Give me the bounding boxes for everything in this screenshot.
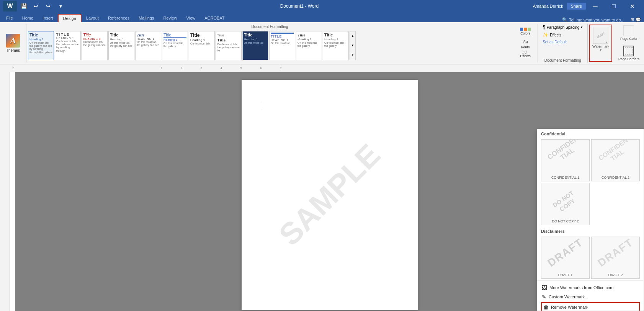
themes-content: A Themes xyxy=(3,24,23,63)
minimize-btn[interactable]: ─ xyxy=(587,0,604,12)
themes-button[interactable]: A Themes xyxy=(3,30,23,57)
style-thumb-caps[interactable]: TITLE HEADING 1 On this most tab, the ga… xyxy=(55,31,81,60)
style-thumb-elegant[interactable]: Title Heading 1 On this most tab xyxy=(242,31,268,60)
title-bar-right: Amanda Derrick Share ─ □ ✕ xyxy=(533,0,641,12)
themes-icon: A xyxy=(6,34,20,48)
ribbon-search-area: 🔍 Tell me what you want to do... ⊞ 💬 xyxy=(562,17,644,22)
style-thumb-simple[interactable]: Title Heading 1 On this most tab the gal… xyxy=(296,31,322,60)
style-thumb-bold[interactable]: Title Heading 1 On this most tab xyxy=(189,31,215,60)
title-bar-left: W 💾 ↩ ↪ ▾ xyxy=(3,1,66,12)
undo-btn[interactable]: ↩ xyxy=(31,1,41,12)
watermark-icon: DRAFT xyxy=(593,27,608,44)
style-thumb-mixed[interactable]: Title HEADING 1 On this most tab, the ga… xyxy=(135,31,161,60)
tab-file[interactable]: File xyxy=(2,14,18,22)
gallery-scroll[interactable]: ▲ ▼ ▾ xyxy=(350,31,356,60)
wm-draft-2[interactable]: DRAFT DRAFT 2 xyxy=(591,237,640,279)
confidential-header: Confidential xyxy=(537,129,644,138)
tab-home[interactable]: Home xyxy=(18,14,38,22)
style-thumb-underline[interactable]: Title Heading 1 On this most tab, the ga… xyxy=(162,31,188,60)
ribbon-body: A Themes Document Formatting Title Headi… xyxy=(0,22,644,64)
search-placeholder[interactable]: Tell me what you want to do... xyxy=(569,18,624,22)
user-name: Amanda Derrick xyxy=(533,4,563,8)
title-bar: W 💾 ↩ ↪ ▾ Document1 - Word Amanda Derric… xyxy=(0,0,644,12)
tab-insert[interactable]: Insert xyxy=(38,14,58,22)
style-thumb-colored[interactable]: Title HEADING 1 On this most tab, the ga… xyxy=(82,31,108,60)
custom-watermark-icon: ✎ xyxy=(542,294,546,300)
wm-confidential-1[interactable]: CONFIDENTIAL CONFIDENTIAL 1 xyxy=(541,139,590,181)
gallery-items: Title Heading 1 On the most tab, the gal… xyxy=(28,31,349,60)
fonts-button[interactable]: Aa Fonts xyxy=(516,38,534,49)
ribbon-tabs: File Home Insert Design Layout Reference… xyxy=(0,12,644,22)
effects-button[interactable]: Effects xyxy=(516,49,534,60)
wm-draft-1[interactable]: DRAFT DRAFT 1 xyxy=(541,237,590,279)
effects-ribbon-btn[interactable]: ✨ Effects xyxy=(541,31,584,38)
themes-label: Themes xyxy=(6,48,20,53)
left-margin: L xyxy=(0,64,15,311)
style-thumb-modern[interactable]: TITLE HEADING 1 On this most tab xyxy=(269,31,295,60)
page-color-borders-section: Page Color Page Borders xyxy=(614,24,644,63)
vertical-ruler xyxy=(10,72,15,311)
style-thumb-serif[interactable]: True Title On this most tab the gallery … xyxy=(216,31,242,60)
tab-mailings[interactable]: Mailings xyxy=(134,14,159,22)
document-title: Document1 - Word xyxy=(66,3,533,9)
paragraph-spacing-btn[interactable]: ¶ Paragraph Spacing ▾ xyxy=(541,24,584,31)
wm-draft1-label: DRAFT 1 xyxy=(558,273,572,277)
tab-review[interactable]: Review xyxy=(159,14,182,22)
document-page[interactable]: SAMPLE xyxy=(242,80,418,310)
gallery-section: Document Formatting Title Heading 1 On t… xyxy=(26,24,513,63)
more-watermarks-icon: 🖼 xyxy=(542,285,547,291)
redo-btn[interactable]: ↪ xyxy=(43,1,54,12)
paragraph-spacing-section: ¶ Paragraph Spacing ▾ ✨ Effects Set as D… xyxy=(538,24,588,63)
wm-conf1-label: CONFIDENTIAL 1 xyxy=(551,176,579,179)
style-thumb-default[interactable]: Title Heading 1 On the most tab, the gal… xyxy=(28,31,54,60)
disclaimers-header: Disclaimers xyxy=(537,227,644,235)
wm-conf2-label: CONFIDENTIAL 2 xyxy=(602,176,629,179)
page-borders-button[interactable]: Page Borders xyxy=(617,44,641,63)
wm-draft2-label: DRAFT 2 xyxy=(608,273,623,277)
custom-watermark-link[interactable]: ✎ Custom Watermark... xyxy=(541,292,640,301)
watermark-panel: Confidential CONFIDENTIAL CONFIDENTIAL 1… xyxy=(537,129,644,311)
watermark-section[interactable]: DRAFT Watermark ▾ xyxy=(589,25,612,62)
disclaimers-grid: DRAFT DRAFT 1 DRAFT DRAFT 2 xyxy=(537,235,644,280)
remove-watermark-icon: 🗑 xyxy=(543,304,549,310)
share-button[interactable]: Share xyxy=(567,3,586,10)
tab-layout[interactable]: Layout xyxy=(82,14,103,22)
doc-format-label: Document Formatting xyxy=(252,25,288,29)
wm-do-not-copy-1[interactable]: DO NOTCOPY DO NOT COPY 2 xyxy=(541,183,590,225)
text-cursor xyxy=(261,103,261,109)
watermark-bottom-links: 🖼 More Watermarks from Office.com ✎ Cust… xyxy=(537,280,644,311)
tab-references[interactable]: References xyxy=(103,14,134,22)
sample-watermark: SAMPLE xyxy=(272,137,387,253)
themes-section: A Themes xyxy=(0,24,26,63)
set-default-btn[interactable]: Set as Default xyxy=(541,39,584,45)
layout-icon[interactable]: ⊞ xyxy=(631,17,634,22)
more-watermarks-link[interactable]: 🖼 More Watermarks from Office.com xyxy=(541,283,640,292)
watermark-label: Watermark xyxy=(592,44,609,48)
main-content: L 1234567 SAMPLE Confidential CONFIDENTI… xyxy=(0,64,644,311)
doc-format-bottom: Document Formatting xyxy=(544,58,581,63)
comments-icon[interactable]: 💬 xyxy=(636,17,641,22)
horizontal-ruler: 1234567 xyxy=(15,64,644,72)
tab-acrobat[interactable]: ACROBAT xyxy=(200,14,229,22)
confidential-grid: CONFIDENTIAL CONFIDENTIAL 1 CONFIDENTIAL… xyxy=(537,138,644,227)
style-thumb-plain[interactable]: Title Heading 1 On this most tab, the ga… xyxy=(108,31,134,60)
customize-btn[interactable]: ▾ xyxy=(55,1,66,12)
word-logo[interactable]: W xyxy=(3,1,17,12)
quick-save-btn[interactable]: 💾 xyxy=(18,1,29,12)
style-thumb-last[interactable]: Title Heading 1 On this most tab the gal… xyxy=(323,31,349,60)
tab-view[interactable]: View xyxy=(182,14,200,22)
tab-design[interactable]: Design xyxy=(58,14,82,22)
colors-fonts-section: Colors Aa Fonts Effects xyxy=(513,24,538,63)
remove-watermark-link[interactable]: 🗑 Remove Watermark xyxy=(541,302,640,311)
page-color-button[interactable]: Page Color xyxy=(619,24,639,43)
maximize-btn[interactable]: □ xyxy=(605,0,623,12)
colors-button[interactable]: Colors xyxy=(516,26,534,37)
close-btn[interactable]: ✕ xyxy=(623,0,641,12)
wm-dnc1-label: DO NOT COPY 2 xyxy=(552,219,579,223)
wm-confidential-2[interactable]: CONFIDENTIAL CONFIDENTIAL 2 xyxy=(591,139,640,181)
